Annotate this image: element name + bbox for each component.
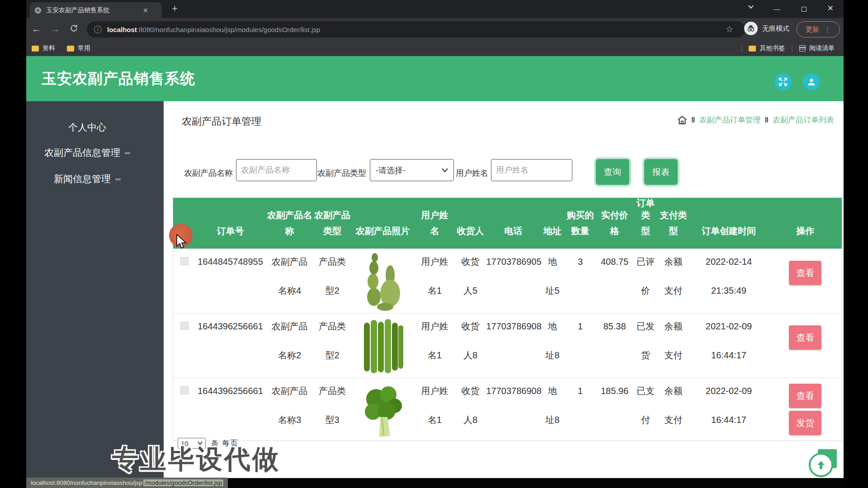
watermark-text: 专业毕设代做: [112, 442, 280, 477]
sidebar-item-label: 个人中心: [68, 122, 106, 132]
url-path: :8080/nonfuchanpinxiaoshou/jsp/modules/g…: [137, 26, 320, 33]
app-title: 玉安农副产品销售系统: [42, 69, 195, 89]
col-price: 格: [596, 221, 633, 239]
status-url-text: localhost:8080/nonfuchanpinxiaoshou/jsp: [31, 479, 142, 486]
row-checkbox[interactable]: [180, 322, 189, 330]
sidebar-item-personal-center[interactable]: 个人中心: [26, 121, 148, 134]
person-icon: [807, 77, 816, 86]
breadcrumb: ‖ 农副产品订单管理 ‖ 农副产品订单列表: [677, 115, 834, 125]
breadcrumb-link-order-mgmt[interactable]: 农副产品订单管理: [699, 115, 760, 125]
update-label: 更新: [806, 25, 819, 34]
reading-list[interactable]: 阅读清单: [799, 44, 835, 52]
home-icon[interactable]: [677, 116, 687, 125]
product-photo-cactus: [360, 252, 406, 311]
table-header-row: 订单号 农副产品名称 农副产品类型 农副产品照片 用户姓名 收货人 电话 地址 …: [173, 198, 842, 249]
tab-search-chevron-icon[interactable]: [748, 4, 754, 11]
search-button[interactable]: 查询: [596, 159, 629, 185]
incognito-label: 无痕模式: [762, 24, 789, 33]
window-close-button[interactable]: ✕: [827, 4, 834, 13]
product-name-input[interactable]: [236, 159, 317, 181]
view-button[interactable]: 查看: [789, 384, 821, 408]
other-bookmarks[interactable]: 其他书签: [749, 44, 785, 52]
table-row: 1644396256661 农副产品名称3 产品类型3: [173, 378, 842, 441]
menu-dots-icon[interactable]: ⋮: [824, 25, 831, 34]
arrow-up-icon[interactable]: [809, 453, 833, 477]
product-photo-broccoli: [360, 381, 406, 441]
filter-type-label: 农副产品类型: [317, 168, 366, 178]
table-row: 1644396256661 农副产品名称2 产品类型2: [173, 314, 842, 378]
forward-icon[interactable]: →: [51, 23, 60, 34]
bookmark-label: 资料: [42, 44, 55, 52]
select-value: -请选择-: [376, 165, 406, 176]
chevron-down-icon: [442, 168, 448, 173]
user-name-input[interactable]: [491, 159, 572, 181]
col-receiver: 收货人: [455, 221, 486, 239]
status-url-highlight: /modules/goodsOrder/list.jsp: [143, 479, 223, 486]
ship-button[interactable]: 发货: [789, 411, 821, 435]
bookmark-star-icon[interactable]: ☆: [726, 24, 733, 34]
breadcrumb-link-order-list[interactable]: 农副产品订单列表: [773, 115, 834, 125]
tab-favicon-icon: [34, 7, 42, 14]
app-header: 玉安农副产品销售系统: [26, 56, 844, 101]
sidebar-item-news-info[interactable]: 新闻信息管理: [26, 173, 148, 185]
report-button[interactable]: 报表: [644, 159, 678, 185]
filter-user-label: 用户姓名: [456, 168, 488, 178]
col-created: 订单创建时间: [689, 221, 769, 239]
folder-icon: [32, 46, 39, 52]
col-product-type: 类型: [314, 221, 351, 239]
expand-arrows-icon: [778, 77, 788, 86]
row-checkbox[interactable]: [180, 257, 189, 265]
url-host: localhost: [107, 26, 137, 33]
site-info-icon[interactable]: i: [94, 26, 102, 33]
user-profile-button[interactable]: [803, 73, 820, 90]
product-type-select[interactable]: -请选择-: [370, 159, 454, 181]
status-url-bubble: localhost:8080/nonfuchanpinxiaoshou/jsp/…: [26, 478, 228, 488]
orders-table: 订单号 农副产品名称 农副产品类型 农副产品照片 用户姓名 收货人 电话 地址 …: [173, 197, 842, 441]
bookmark-folder-cy[interactable]: 常用: [67, 44, 90, 52]
tab-title: 玉安农副产品销售系统: [46, 6, 137, 14]
url-bar[interactable]: i localhost:8080/nonfuchanpinxiaoshou/js…: [87, 21, 745, 38]
window-maximize-button[interactable]: [802, 5, 807, 13]
window-minimize-button[interactable]: —: [774, 5, 780, 13]
col-order-status: 型: [633, 221, 658, 239]
col-user-name: 名: [415, 221, 455, 239]
fullscreen-button[interactable]: [774, 73, 792, 90]
sidebar-item-product-info[interactable]: 农副产品信息管理: [26, 146, 148, 159]
incognito-indicator: 无痕模式: [744, 22, 789, 35]
col-quantity: 数量: [565, 221, 596, 239]
other-bookmarks-label: 其他书签: [760, 44, 785, 52]
browser-tabstrip: 玉安农副产品销售系统 ✕ + — ✕: [26, 0, 844, 18]
webpage: 玉安农副产品销售系统 个人中心 农副产品信息管理 新闻信息管理: [26, 56, 844, 478]
filter-name-label: 农副产品名称: [184, 168, 233, 178]
folder-icon: [749, 46, 756, 52]
col-pay-type: 型: [658, 221, 689, 239]
view-button[interactable]: 查看: [789, 325, 821, 350]
bookmark-folder-zl[interactable]: 资料: [32, 44, 55, 52]
mouse-cursor-icon: [175, 234, 187, 252]
reload-icon[interactable]: [70, 24, 78, 35]
col-phone: 电话: [486, 221, 541, 239]
incognito-icon: [744, 22, 758, 35]
view-button[interactable]: 查看: [789, 261, 821, 285]
bookmark-label: 常用: [78, 44, 90, 52]
row-checkbox[interactable]: [180, 386, 189, 394]
sidebar-item-label: 新闻信息管理: [54, 174, 111, 184]
col-product-name: 称: [265, 221, 314, 239]
col-order-no: 订单号: [196, 221, 265, 239]
product-photo-cucumbers: [360, 316, 406, 376]
browser-tab[interactable]: 玉安农副产品销售系统 ✕: [30, 2, 162, 18]
submenu-indicator-icon: [115, 178, 121, 180]
scroll-to-top-widget[interactable]: [809, 449, 837, 478]
bookmarks-bar: 资料 常用 | 其他书签 | 阅读清单: [26, 41, 844, 56]
folder-icon: [67, 46, 74, 52]
sidebar-item-label: 农副产品信息管理: [44, 147, 120, 158]
new-tab-button[interactable]: +: [172, 4, 178, 14]
table-row: 1644845748955 农副产品名称4 产品类型2: [173, 249, 842, 314]
back-icon[interactable]: ←: [32, 23, 41, 34]
submenu-indicator-icon: [125, 152, 130, 154]
browser-update-button[interactable]: 更新 ⋮: [797, 21, 840, 38]
col-photo: 农副产品照片: [351, 221, 415, 239]
browser-toolbar: ← → i localhost:8080/nonfuchanpinxiaosho…: [26, 18, 844, 41]
tab-close-icon[interactable]: ✕: [143, 7, 148, 14]
reading-list-icon: [799, 45, 806, 52]
